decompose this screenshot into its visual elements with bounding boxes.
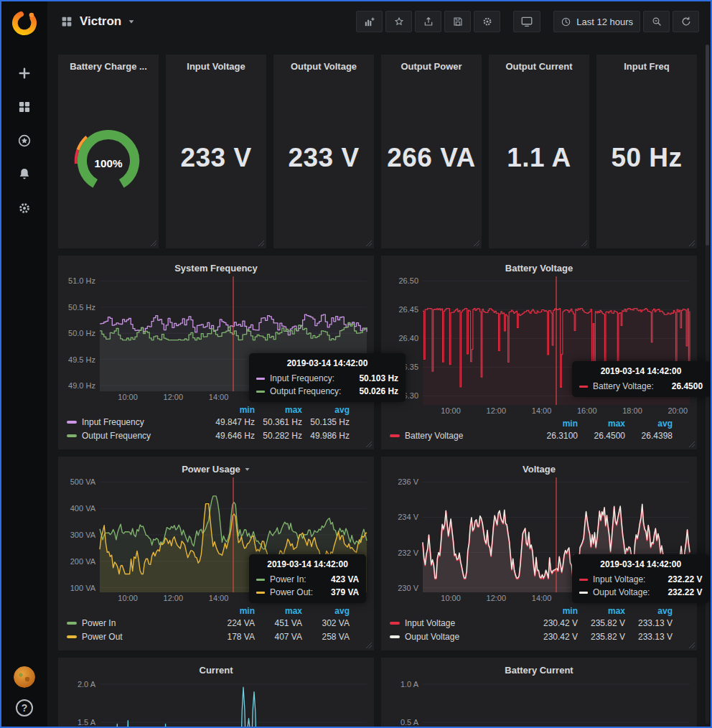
help-button[interactable]: ? [16,699,33,717]
dashboard-settings-button[interactable] [474,11,500,32]
legend-series-toggle[interactable]: Battery Voltage [390,431,530,441]
panel-resize-handle[interactable] [688,240,695,246]
x-axis-label: 12:00 [482,406,510,415]
x-axis-label: 20:00 [663,406,692,415]
stat-value: 266 VA [387,72,476,244]
panel-resize-handle[interactable] [365,441,372,447]
panel-resize-handle[interactable] [473,240,479,246]
y-axis-label: 200 VA [70,557,95,566]
panel-resize-handle[interactable] [150,240,156,246]
panel-menu-caret-icon[interactable] [244,466,250,472]
save-button[interactable] [444,11,471,32]
panel-resize-handle[interactable] [688,642,695,648]
plus-icon [17,66,32,80]
legend-header-min[interactable]: min [207,405,255,415]
series-color-icon [390,635,400,638]
x-axis-label: 12:00 [482,594,510,602]
x-axis-label: 14:00 [528,406,556,415]
panel-title[interactable]: Battery Current [505,665,573,676]
panel-resize-handle[interactable] [365,240,372,246]
legend-header-min[interactable]: min [530,606,578,616]
x-axis-label: 10:00 [436,594,465,602]
legend-header-min[interactable]: min [207,606,255,616]
legend-header-max[interactable]: max [255,606,302,616]
x-axis-label: 10:00 [436,406,465,415]
dashboard-picker[interactable]: Victron [60,14,135,29]
legend-header-avg[interactable]: avg [302,405,350,415]
sidebar-item-alerting[interactable] [17,167,32,182]
legend-series-toggle[interactable]: Input Voltage [390,618,530,628]
user-avatar[interactable] [14,666,35,688]
gauge-value: 100% [94,157,122,169]
dashboard-grid-icon [60,15,73,28]
panel-title[interactable]: Output Current [505,61,572,72]
sidebar: ? [1,1,47,727]
legend-header-max[interactable]: max [578,606,625,616]
series-color-icon [579,386,588,388]
series-color-icon [390,622,400,625]
stat-value: 233 V [180,72,251,244]
panel-title[interactable]: Power Usage [182,464,240,475]
legend-header-avg[interactable]: avg [625,606,673,616]
star-button[interactable] [385,11,412,32]
time-range-button[interactable]: Last 12 hours [553,11,640,32]
panel-title[interactable]: Input Voltage [187,61,245,72]
zoom-out-icon [651,16,662,27]
panel-resize-handle[interactable] [581,240,587,246]
legend-series-toggle[interactable]: Output Frequency [67,431,207,441]
y-axis-label: 236 V [398,477,418,486]
panel-title[interactable]: System Frequency [174,263,258,274]
panel-title[interactable]: Voltage [523,464,556,475]
y-axis-label: 49.0 Hz [68,381,95,390]
graph-legend: min max avg Input Frequency 49.847 Hz 50… [65,404,367,444]
legend-row: Ouput Voltage 230.42 V 235.82 V 233.13 V [390,630,673,643]
panel-resize-handle[interactable] [688,441,695,447]
panel-title[interactable]: Output Power [400,61,462,72]
plot-area[interactable] [100,678,367,727]
stat-value: 50 Hz [611,72,682,244]
x-axis-label: 10:00 [113,594,142,602]
panel-resize-handle[interactable] [365,642,372,648]
y-axis: 500 VA400 VA300 VA200 VA100 VA [65,477,100,592]
sidebar-item-configuration[interactable] [17,200,32,216]
panel-title[interactable]: Input Freq [624,61,670,72]
scrollbar-thumb[interactable] [706,45,709,246]
caret-down-icon [128,18,135,25]
panel-title[interactable]: Battery Voltage [505,263,573,274]
legend-header-max[interactable]: max [578,419,625,429]
panel-resize-handle[interactable] [258,240,264,246]
sidebar-item-explore[interactable] [17,133,32,149]
panel-title[interactable]: Output Voltage [291,61,357,72]
series-color-icon [67,434,77,437]
add-panel-icon [363,16,375,28]
zoom-out-button[interactable] [643,11,670,32]
series-color-icon [390,434,400,437]
legend-series-toggle[interactable]: Input Frequency [67,417,207,427]
y-axis: 236 V234 V232 V230 V [388,477,423,592]
legend-series-toggle[interactable]: Ouput Voltage [390,632,530,642]
panel-output-current: Output Current 1.1 A [489,55,589,248]
legend-header-max[interactable]: max [255,405,302,415]
legend-series-toggle[interactable]: Power In [67,618,207,628]
panel-title[interactable]: Current [200,665,233,676]
legend-header-avg[interactable]: avg [625,419,673,429]
share-button[interactable] [415,11,441,32]
add-panel-button[interactable] [356,11,383,32]
legend-header-min[interactable]: min [530,419,578,429]
tv-mode-button[interactable] [513,11,540,32]
legend-row: Battery Voltage 26.3100 26.4500 26.4398 [390,429,673,442]
refresh-button[interactable] [673,11,699,32]
panel-title[interactable]: Battery Charge ... [70,61,147,72]
y-axis-label: 51.0 Hz [68,276,95,285]
legend-series-toggle[interactable]: Power Out [67,632,207,642]
dashboard-title[interactable]: Victron [80,14,121,29]
y-axis-label: 50.0 Hz [68,329,95,337]
grafana-logo[interactable] [6,5,42,41]
navbar-actions: Last 12 hours [353,11,699,32]
sidebar-item-dashboards[interactable] [17,99,32,115]
graphs-row-2: Power Usage 500 VA400 VA300 VA200 VA100 … [58,457,697,650]
y-axis-label: 230 V [398,584,418,592]
legend-header-avg[interactable]: avg [302,606,350,616]
sidebar-item-create[interactable] [17,65,32,81]
plot-area[interactable] [423,678,690,727]
